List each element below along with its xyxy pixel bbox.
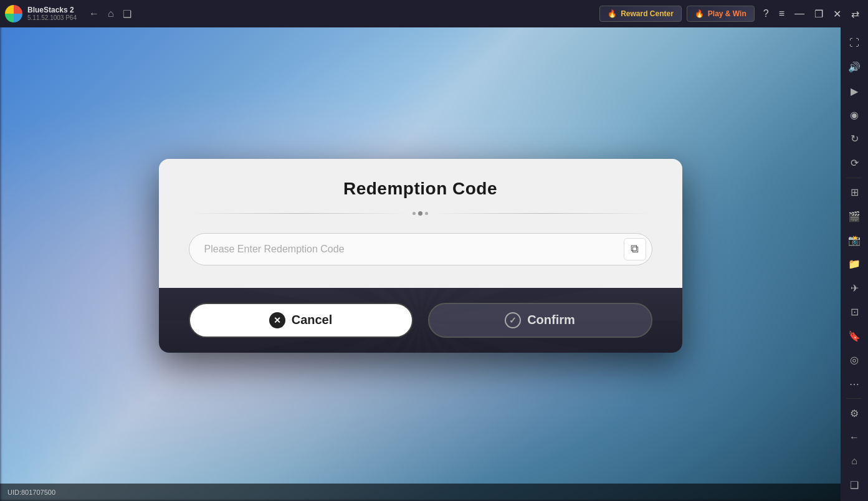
help-button[interactable]: ?: [760, 6, 773, 22]
input-wrapper: ⧉: [189, 233, 652, 265]
confirm-button[interactable]: ✓ Confirm: [428, 303, 652, 338]
expand-button[interactable]: ⇄: [847, 6, 863, 22]
cancel-icon: ✕: [269, 312, 285, 328]
layers-icon[interactable]: ❑: [843, 475, 866, 496]
right-sidebar: ⛶ 🔊 ▶ ◉ ↻ ⟳ ⊞ 🎬 📸 📁 ✈ ⊡ 🔖 ◎ ⋯ ⚙ ← ⌂ ❑: [841, 27, 868, 501]
sidebar-divider-1: [847, 178, 862, 178]
restore-button[interactable]: ❐: [811, 6, 827, 22]
more-icon[interactable]: ⋯: [843, 373, 866, 394]
divider-dot-1: [413, 212, 416, 215]
dialog-divider: [189, 211, 652, 216]
uid-label: UID:801707500: [7, 489, 55, 496]
reward-center-label: Reward Center: [621, 9, 674, 18]
top-bar: BlueStacks 2 5.11.52.1003 P64 ← ⌂ ❑ 🔥 Re…: [0, 0, 868, 27]
apps-icon[interactable]: ⊞: [843, 181, 866, 203]
divider-dot-2: [418, 211, 422, 216]
main-content: Redemption Code ⧉: [0, 27, 841, 484]
top-bar-icons: ? ≡ — ❐ ✕ ⇄: [760, 6, 863, 22]
dialog-title-row: Redemption Code: [189, 179, 652, 199]
media-icon[interactable]: 🎬: [843, 206, 866, 227]
divider-line-right: [433, 213, 652, 214]
home-sidebar-icon[interactable]: ⌂: [843, 451, 866, 472]
confirm-icon: ✓: [505, 312, 521, 328]
cancel-button[interactable]: ✕ Cancel: [189, 303, 413, 338]
sidebar-divider-2: [847, 398, 862, 399]
modal-overlay: Redemption Code ⧉: [0, 27, 841, 484]
nav-icons: ← ⌂ ❑: [87, 6, 134, 22]
gamepad-icon[interactable]: ⊡: [843, 302, 866, 323]
divider-dot-3: [425, 212, 428, 215]
close-button[interactable]: ✕: [829, 6, 845, 22]
app-version: 5.11.52.1003 P64: [27, 14, 77, 22]
top-bar-actions: 🔥 Reward Center 🔥 Play & Win ? ≡ — ❐ ✕ ⇄: [599, 6, 863, 22]
playnwin-fire-icon: 🔥: [695, 9, 704, 18]
app-logo: [5, 5, 22, 22]
refresh-icon[interactable]: ↻: [843, 128, 866, 150]
rotate-icon[interactable]: ⟳: [843, 152, 866, 173]
divider-line-left: [189, 213, 408, 214]
record-icon[interactable]: ▶: [843, 80, 866, 102]
multi-button[interactable]: ❑: [120, 6, 134, 22]
volume-icon[interactable]: 🔊: [843, 56, 866, 77]
paste-icon: ⧉: [631, 242, 639, 255]
dialog-top: Redemption Code ⧉: [159, 159, 682, 288]
screenshot-icon[interactable]: ◉: [843, 104, 866, 125]
reward-fire-icon: 🔥: [608, 9, 617, 18]
redemption-dialog: Redemption Code ⧉: [159, 159, 682, 353]
camera-icon[interactable]: 📸: [843, 229, 866, 250]
home-button[interactable]: ⌂: [105, 6, 117, 22]
bookmark-icon[interactable]: 🔖: [843, 325, 866, 346]
minimize-button[interactable]: —: [791, 6, 808, 22]
airplane-icon[interactable]: ✈: [843, 277, 866, 298]
play-win-label: Play & Win: [708, 9, 746, 18]
bottom-bar: UID:801707500: [0, 484, 841, 501]
dialog-bottom: ✕ Cancel ✓ Confirm: [159, 288, 682, 353]
menu-button[interactable]: ≡: [775, 6, 788, 22]
play-win-button[interactable]: 🔥 Play & Win: [687, 6, 755, 22]
settings-icon[interactable]: ⚙: [843, 403, 866, 424]
app-name: BlueStacks 2: [27, 6, 77, 14]
back-button[interactable]: ←: [87, 6, 102, 22]
divider-dots: [413, 211, 428, 216]
location-icon[interactable]: ◎: [843, 349, 866, 370]
folder-icon[interactable]: 📁: [843, 254, 866, 275]
paste-button[interactable]: ⧉: [624, 238, 646, 260]
fullscreen-icon[interactable]: ⛶: [843, 32, 866, 54]
cancel-label: Cancel: [292, 313, 333, 327]
back-sidebar-icon[interactable]: ←: [843, 427, 866, 448]
dialog-title: Redemption Code: [189, 179, 652, 199]
app-info: BlueStacks 2 5.11.52.1003 P64: [27, 6, 77, 22]
redemption-code-input[interactable]: [189, 233, 652, 265]
reward-center-button[interactable]: 🔥 Reward Center: [599, 6, 682, 22]
confirm-label: Confirm: [527, 313, 575, 327]
